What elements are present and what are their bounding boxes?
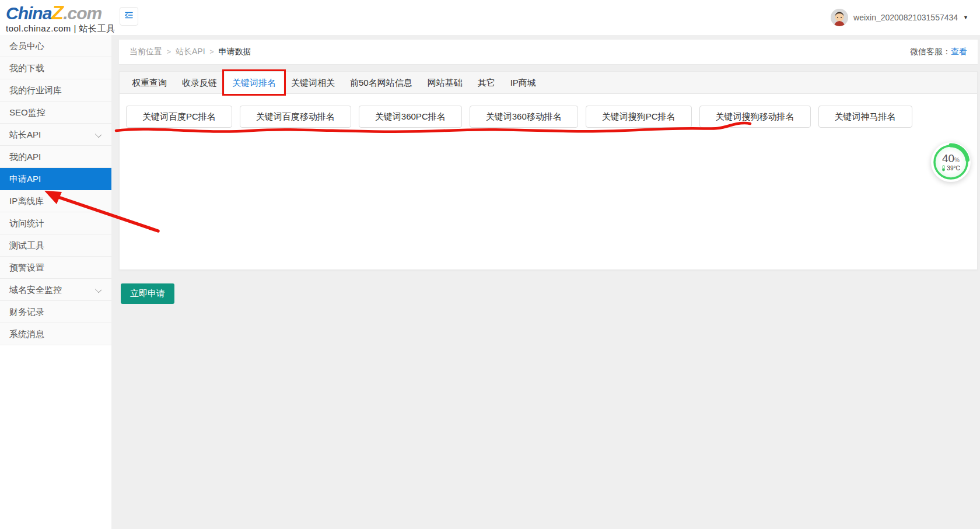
api-button-sogou-pc-rank[interactable]: 关键词搜狗PC排名 [586, 106, 692, 128]
breadcrumb-level1[interactable]: 站长API [176, 47, 205, 57]
sidebar-item-domain-security-monitor[interactable]: 域名安全监控 [0, 279, 111, 301]
user-menu[interactable]: weixin_20200821031557434 ▼ [831, 0, 968, 35]
sidebar-item-system-messages[interactable]: 系统消息 [0, 323, 111, 345]
chevron-down-icon [95, 131, 102, 138]
collapse-sidebar-icon [124, 10, 134, 23]
tab-label: IP商城 [510, 78, 536, 87]
api-button-shenma-rank[interactable]: 关键词神马排名 [818, 106, 912, 128]
sidebar-item-label: 系统消息 [9, 329, 44, 339]
api-button-360-pc-rank[interactable]: 关键词360PC排名 [359, 106, 462, 128]
username: weixin_20200821031557434 [853, 13, 958, 22]
breadcrumb-separator: > [167, 48, 171, 56]
sidebar-item-industry-lexicon[interactable]: 我的行业词库 [0, 79, 111, 101]
sidebar-item-webmaster-api[interactable]: 站长API [0, 124, 111, 146]
sidebar-item-apply-api[interactable]: 申请API [0, 168, 111, 190]
wechat-service-label: 微信客服： [910, 47, 951, 57]
api-button-sogou-mobile-rank[interactable]: 关键词搜狗移动排名 [699, 106, 811, 128]
top-header: ChinaZ.com tool.chinaz.com | 站长工具 weixin… [0, 0, 980, 35]
logo-china-text: China [6, 3, 51, 23]
api-button-360-mobile-rank[interactable]: 关键词360移动排名 [470, 106, 578, 128]
tab-ip-mall[interactable]: IP商城 [503, 72, 544, 94]
sidebar-item-label: 我的下载 [9, 63, 44, 73]
breadcrumb-separator: > [210, 48, 214, 56]
breadcrumb-location-label: 当前位置 [130, 47, 162, 57]
sidebar-item-label: 申请API [9, 174, 41, 184]
gauge-percent: 40 [942, 152, 954, 164]
gauge-percent-unit: % [954, 157, 960, 163]
breadcrumb: 当前位置 > 站长API > 申请数据 微信客服： 查看 [119, 40, 978, 64]
user-avatar [831, 9, 848, 26]
chinaz-logo[interactable]: ChinaZ.com tool.chinaz.com | 站长工具 [6, 2, 115, 33]
tab-label: 关键词相关 [291, 78, 335, 87]
sidebar-item-label: IP离线库 [9, 196, 44, 206]
health-gauge-widget[interactable]: 40% 39°C [931, 142, 971, 182]
sidebar-item-test-tools[interactable]: 测试工具 [0, 234, 111, 257]
api-button-baidu-pc-rank[interactable]: 关键词百度PC排名 [126, 106, 232, 128]
sidebar-item-label: 访问统计 [9, 218, 44, 228]
sidebar-item-label: 站长API [9, 129, 41, 139]
sidebar-item-label: SEO监控 [9, 107, 46, 117]
tab-weight-query[interactable]: 权重查询 [124, 72, 174, 94]
logo-com-text: .com [63, 3, 102, 23]
tab-top50-site-info[interactable]: 前50名网站信息 [342, 72, 420, 94]
sidebar-item-member-center[interactable]: 会员中心 [0, 35, 111, 57]
logo-subtitle: tool.chinaz.com | 站长工具 [6, 24, 115, 33]
logo-wordmark: ChinaZ.com [6, 2, 115, 22]
sidebar-item-label: 预警设置 [9, 262, 44, 272]
api-option-buttons: 关键词百度PC排名 关键词百度移动排名 关键词360PC排名 关键词360移动排… [120, 94, 977, 128]
tab-other[interactable]: 其它 [470, 72, 503, 94]
gauge-temperature: 39°C [947, 165, 960, 171]
gauge-readout: 40% 39°C [942, 152, 960, 171]
tab-keyword-ranking[interactable]: 关键词排名 [225, 72, 284, 94]
category-tabs: 权重查询 收录反链 关键词排名 关键词相关 前50名网站信息 网站基础 其它 I… [120, 72, 977, 94]
collapse-sidebar-button[interactable] [120, 7, 138, 26]
sidebar-item-label: 我的行业词库 [9, 85, 62, 95]
sidebar-item-seo-monitor[interactable]: SEO监控 [0, 101, 111, 124]
tab-label: 权重查询 [132, 78, 167, 87]
sidebar-item-label: 我的API [9, 152, 41, 162]
tab-label: 前50名网站信息 [350, 78, 412, 87]
tab-keyword-related[interactable]: 关键词相关 [284, 72, 342, 94]
tab-label: 收录反链 [182, 78, 217, 87]
api-button-baidu-mobile-rank[interactable]: 关键词百度移动排名 [240, 106, 351, 128]
logo-z-text: Z [51, 1, 63, 23]
apply-now-button[interactable]: 立即申请 [121, 283, 174, 304]
tab-label: 其它 [478, 78, 495, 87]
chevron-down-icon [95, 286, 102, 293]
apply-data-panel: 权重查询 收录反链 关键词排名 关键词相关 前50名网站信息 网站基础 其它 I… [119, 71, 978, 270]
tab-label: 网站基础 [428, 78, 463, 87]
sidebar-item-visit-stats[interactable]: 访问统计 [0, 212, 111, 234]
tab-site-basics[interactable]: 网站基础 [420, 72, 470, 94]
user-dropdown-caret-icon: ▼ [963, 15, 968, 20]
tab-index-backlinks[interactable]: 收录反链 [174, 72, 225, 94]
sidebar-item-label: 测试工具 [9, 240, 44, 250]
thermometer-icon [942, 165, 946, 171]
sidebar-item-alert-settings[interactable]: 预警设置 [0, 257, 111, 279]
sidebar-item-label: 会员中心 [9, 41, 44, 51]
tab-label: 关键词排名 [232, 78, 276, 87]
breadcrumb-current: 申请数据 [219, 47, 251, 57]
sidebar-nav: 会员中心 我的下载 我的行业词库 SEO监控 站长API 我的API 申请API… [0, 35, 111, 529]
sidebar-item-my-downloads[interactable]: 我的下载 [0, 57, 111, 79]
sidebar-item-finance-records[interactable]: 财务记录 [0, 301, 111, 323]
wechat-service-view-link[interactable]: 查看 [951, 47, 967, 57]
sidebar-item-label: 财务记录 [9, 307, 44, 317]
sidebar-item-my-api[interactable]: 我的API [0, 146, 111, 168]
sidebar-item-label: 域名安全监控 [9, 285, 62, 295]
sidebar-item-ip-offline-db[interactable]: IP离线库 [0, 190, 111, 212]
